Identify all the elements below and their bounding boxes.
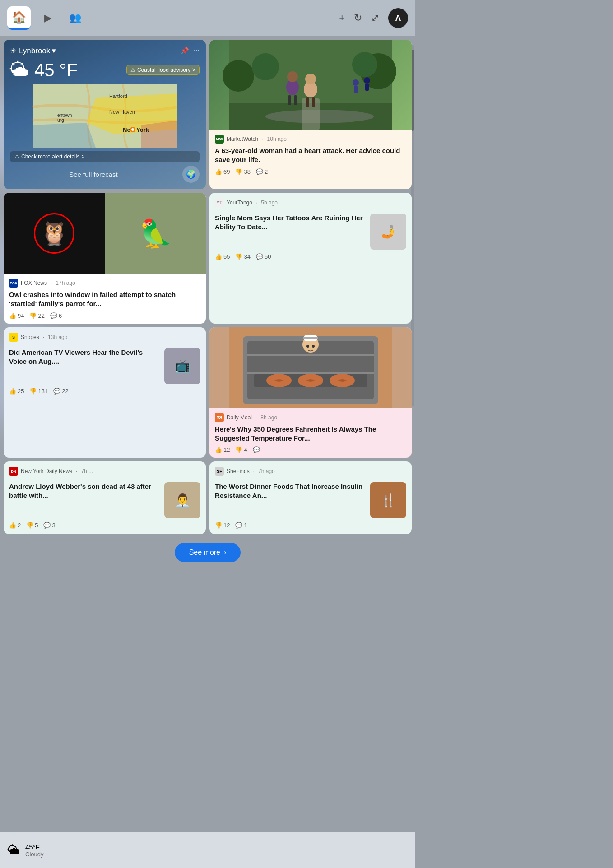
source-name-baking: Daily Meal — [227, 414, 252, 421]
bottom-weather-icon: 🌥 — [7, 843, 20, 858]
dislike-button-baking[interactable]: 👎 4 — [235, 446, 247, 453]
article-image-baking — [209, 327, 412, 408]
article-body-marketwatch: MW MarketWatch · 10h ago A 63-year-old w… — [209, 130, 412, 180]
dislike-button-shefinds[interactable]: 👎 12 — [215, 522, 230, 529]
alert-chevron-icon: > — [192, 67, 195, 73]
parrot-icon: 🦜 — [139, 218, 172, 250]
source-name-shefinds: SheFinds — [227, 468, 250, 474]
thumbnail-snopes: 📺 — [164, 348, 200, 384]
people-nav-button[interactable]: 👥 — [65, 8, 85, 28]
alert-icon: ⚠ — [130, 67, 135, 73]
like-button-lloyd-webber[interactable]: 👍 2 — [9, 522, 21, 529]
article-image-left-fox-news: 🦉 — [4, 193, 105, 274]
see-more-chevron-icon: › — [224, 548, 226, 557]
svg-rect-22 — [294, 95, 297, 105]
svg-point-42 — [306, 345, 309, 348]
globe-icon: 🌍 — [186, 169, 196, 179]
see-more-button[interactable]: See more › — [175, 543, 241, 562]
text-lloyd-webber: Andrew Lloyd Webber's son dead at 43 aft… — [9, 482, 161, 518]
article-shefinds: SF SheFinds · 7h ago The Worst Dinner Fo… — [209, 461, 412, 534]
article-title-snopes[interactable]: Did American TV Viewers Hear the Devil's… — [9, 348, 161, 367]
bottom-weather-bar: 🌥 45°F Cloudy — [0, 832, 415, 868]
home-nav-button[interactable]: 🏠 — [7, 6, 31, 30]
article-title-lloyd-webber[interactable]: Andrew Lloyd Webber's son dead at 43 aft… — [9, 482, 161, 501]
weather-header-actions: 📌 ··· — [180, 46, 200, 55]
svg-rect-30 — [365, 84, 369, 91]
comment-button-shefinds[interactable]: 💬 1 — [235, 522, 247, 529]
like-button-yourtango[interactable]: 👍 55 — [215, 253, 230, 260]
alert-details-link[interactable]: ⚠ Check more alert details > — [10, 151, 200, 162]
article-title-yourtango[interactable]: Single Mom Says Her Tattoos Are Ruining … — [215, 214, 367, 232]
refresh-button[interactable]: ↻ — [354, 12, 362, 24]
weather-map[interactable]: Hartford New Haven entown- urg New York — [10, 84, 200, 148]
comment-button-yourtango[interactable]: 💬 50 — [256, 253, 271, 260]
tv-icon: 📺 — [175, 358, 190, 373]
source-time-value-marketwatch: 10h ago — [267, 136, 287, 142]
highlight-circle — [34, 213, 74, 254]
source-time-value-yourtango: 5h ago — [261, 200, 278, 206]
article-body-baking: 🍽 Daily Meal · 8h ago Here's Why 350 Deg… — [209, 408, 412, 458]
svg-rect-35 — [247, 354, 374, 356]
article-lloyd-webber: DN New York Daily News · 7h ... Andrew L… — [4, 461, 206, 534]
side-content-yourtango: Single Mom Says Her Tattoos Are Ruining … — [215, 214, 406, 250]
svg-point-16 — [252, 53, 279, 80]
dislike-button-fox-news[interactable]: 👎 22 — [29, 312, 44, 319]
svg-marker-3 — [33, 123, 96, 148]
article-title-baking[interactable]: Here's Why 350 Degrees Fahrenheit Is Alw… — [215, 425, 406, 443]
pin-icon[interactable]: 📌 — [180, 46, 189, 55]
comment-button-snopes[interactable]: 💬 22 — [53, 388, 68, 395]
reactions-lloyd-webber: 👍 2 👎 5 💬 3 — [9, 522, 200, 529]
svg-rect-25 — [306, 97, 309, 107]
source-time-value-baking: 8h ago — [260, 414, 277, 421]
svg-point-18 — [352, 52, 377, 77]
comment-button-fox-news[interactable]: 💬 6 — [50, 312, 62, 319]
expand-button[interactable]: ⤢ — [371, 12, 379, 24]
source-time-baking: · — [255, 414, 257, 421]
reactions-yourtango: 👍 55 👎 34 💬 50 — [215, 253, 406, 260]
article-title-fox-news[interactable]: Owl crashes into window in failed attemp… — [9, 290, 200, 309]
dislike-button-snopes[interactable]: 👎 131 — [29, 388, 48, 395]
like-button-fox-news[interactable]: 👍 94 — [9, 312, 24, 319]
article-fox-news: 🦉 🦜 FOX FOX News · 17h ago Owl crashes i… — [4, 193, 206, 324]
add-button[interactable]: + — [339, 12, 345, 24]
source-logo-baking: 🍽 — [215, 413, 224, 422]
alert-badge[interactable]: ⚠ Coastal flood advisory > — [126, 65, 200, 75]
article-title-marketwatch[interactable]: A 63-year-old woman had a heart attack. … — [215, 146, 406, 165]
like-button-marketwatch[interactable]: 👍 69 — [215, 168, 230, 175]
svg-text:urg: urg — [57, 118, 64, 123]
video-icon: ▶ — [44, 12, 52, 24]
avatar-text: A — [395, 14, 401, 23]
svg-rect-28 — [354, 86, 358, 93]
svg-text:Hartford: Hartford — [109, 93, 127, 99]
article-title-shefinds[interactable]: The Worst Dinner Foods That Increase Ins… — [215, 482, 367, 501]
article-marketwatch: MW MarketWatch · 10h ago A 63-year-old w… — [209, 40, 412, 189]
svg-rect-34 — [247, 372, 374, 374]
comment-button-baking[interactable]: 💬 — [253, 446, 260, 453]
like-button-snopes[interactable]: 👍 25 — [9, 388, 24, 395]
source-time-snopes: · — [43, 334, 44, 340]
comment-button-marketwatch[interactable]: 💬 2 — [256, 168, 268, 175]
svg-text:New York: New York — [123, 126, 149, 133]
source-time-shefinds: · — [253, 468, 255, 474]
svg-point-20 — [287, 71, 298, 82]
article-body-fox-news: FOX FOX News · 17h ago Owl crashes into … — [4, 274, 206, 324]
dislike-button-yourtango[interactable]: 👎 34 — [235, 253, 250, 260]
home-icon: 🏠 — [12, 10, 26, 24]
user-avatar[interactable]: A — [388, 8, 408, 28]
source-time-marketwatch: · — [262, 136, 263, 142]
video-nav-button[interactable]: ▶ — [38, 8, 58, 28]
source-name-fox-news: FOX News — [21, 280, 47, 286]
more-options-icon[interactable]: ··· — [194, 46, 200, 55]
comment-button-lloyd-webber[interactable]: 💬 3 — [43, 522, 55, 529]
source-logo-marketwatch: MW — [215, 135, 224, 144]
source-time-value-shefinds: 7h ago — [258, 468, 275, 474]
article-yourtango: YT YourTango · 5h ago Single Mom Says He… — [209, 193, 412, 324]
svg-point-24 — [305, 74, 316, 84]
weather-location[interactable]: Lynbrook ▾ — [19, 46, 56, 56]
dislike-button-lloyd-webber[interactable]: 👎 5 — [26, 522, 38, 529]
like-button-baking[interactable]: 👍 12 — [215, 446, 230, 453]
source-row-yourtango: YT YourTango · 5h ago — [215, 198, 406, 207]
forecast-globe-button[interactable]: 🌍 — [182, 166, 200, 183]
dislike-button-marketwatch[interactable]: 👎 38 — [235, 168, 250, 175]
see-full-forecast-button[interactable]: See full forecast — [10, 171, 177, 178]
